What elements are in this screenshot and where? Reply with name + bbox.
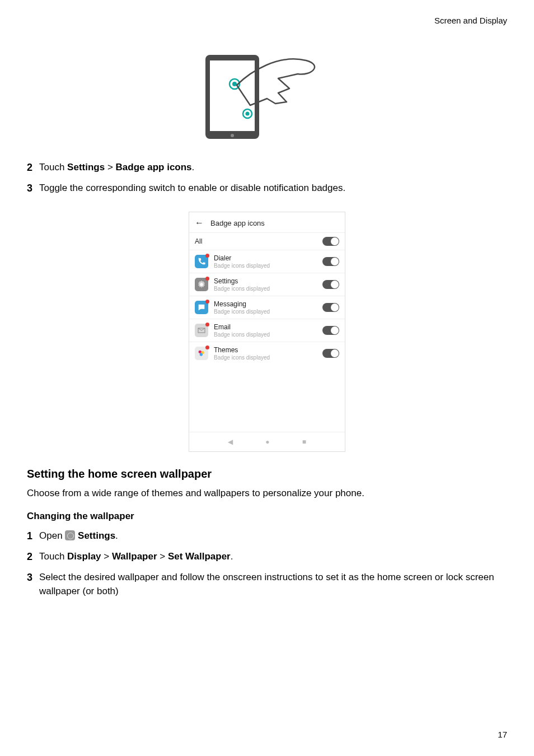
app-name: Themes [214, 346, 317, 354]
nav-recent-icon[interactable]: ■ [302, 438, 306, 446]
messaging-app-icon [195, 301, 208, 314]
toggle-settings[interactable] [322, 280, 339, 289]
wallpaper-step-1: 1Open Settings. [27, 529, 507, 544]
wallpaper-step-3: 3Select the desired wallpaper and follow… [27, 570, 507, 599]
all-toggle-label: All [195, 237, 317, 245]
settings-app-icon [195, 278, 208, 291]
app-name: Settings [214, 277, 317, 285]
toggle-all[interactable] [322, 237, 339, 246]
app-name: Email [214, 323, 317, 331]
tap-gesture-figure [27, 49, 507, 147]
svg-point-4 [232, 82, 237, 86]
svg-point-2 [231, 134, 234, 137]
step-text: Touch Display > Wallpaper > Set Wallpape… [39, 549, 507, 564]
badge-app-icons-screenshot: ← Badge app icons All DialerBadge icons … [189, 212, 345, 452]
step-number: 1 [27, 529, 39, 544]
section-intro: Choose from a wide range of themes and w… [27, 486, 507, 501]
dialer-app-icon [195, 255, 208, 268]
step-number: 3 [27, 181, 39, 196]
svg-rect-1 [210, 60, 255, 131]
nav-back-icon[interactable]: ◀ [228, 438, 233, 446]
toggle-themes[interactable] [322, 349, 339, 358]
back-arrow-icon[interactable]: ← [195, 218, 204, 228]
step-text: Open Settings. [39, 529, 507, 543]
app-toggle-row: MessagingBadge icons displayed [189, 296, 345, 319]
badge-step-2: 2Touch Settings > Badge app icons. [27, 160, 507, 175]
section-subheading: Changing the wallpaper [27, 511, 507, 522]
step-text: Select the desired wallpaper and follow … [39, 570, 507, 599]
screenshot-title: Badge app icons [210, 219, 265, 227]
app-toggle-row: DialerBadge icons displayed [189, 250, 345, 273]
badge-step-3: 3Toggle the corresponding switch to enab… [27, 181, 507, 196]
step-text: Touch Settings > Badge app icons. [39, 160, 507, 175]
svg-point-6 [246, 112, 250, 116]
toggle-dialer[interactable] [322, 257, 339, 266]
app-sub: Badge icons displayed [214, 332, 317, 338]
toggle-email[interactable] [322, 326, 339, 335]
app-name: Messaging [214, 300, 317, 308]
app-toggle-row: ThemesBadge icons displayed [189, 342, 345, 365]
page-header-section: Screen and Display [434, 16, 507, 25]
app-sub: Badge icons displayed [214, 263, 317, 269]
toggle-messaging[interactable] [322, 303, 339, 312]
step-number: 3 [27, 570, 39, 585]
step-number: 2 [27, 160, 39, 175]
svg-point-11 [200, 353, 203, 356]
email-app-icon [195, 324, 208, 337]
svg-point-9 [199, 351, 202, 353]
app-sub: Badge icons displayed [214, 354, 317, 361]
themes-app-icon [195, 347, 208, 360]
section-heading: Setting the home screen wallpaper [27, 468, 507, 480]
app-sub: Badge icons displayed [214, 286, 317, 292]
page-number: 17 [498, 730, 507, 739]
app-toggle-row: EmailBadge icons displayed [189, 319, 345, 342]
settings-app-icon [65, 530, 75, 540]
app-sub: Badge icons displayed [214, 309, 317, 315]
nav-home-icon[interactable]: ● [265, 438, 269, 446]
wallpaper-step-2: 2Touch Display > Wallpaper > Set Wallpap… [27, 549, 507, 564]
step-number: 2 [27, 549, 39, 564]
app-name: Dialer [214, 254, 317, 262]
app-toggle-row: SettingsBadge icons displayed [189, 273, 345, 296]
step-text: Toggle the corresponding switch to enabl… [39, 181, 507, 195]
